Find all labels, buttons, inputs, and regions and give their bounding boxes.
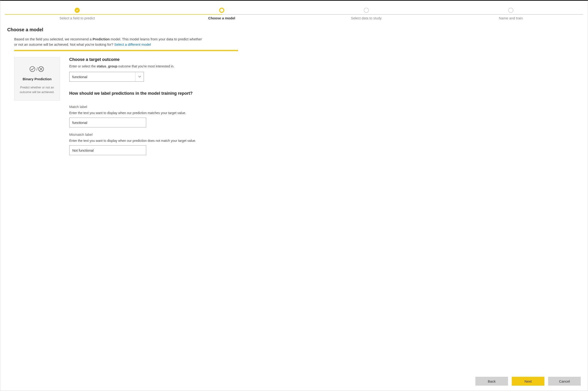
- step-circle-completed: [74, 8, 80, 13]
- main-grid: / Binary Prediction Predict whether or n…: [14, 57, 581, 155]
- step-circle-upcoming: [508, 8, 514, 13]
- target-sub-prefix: Enter or select the: [69, 64, 97, 68]
- desc-bold: Prediction: [92, 37, 110, 41]
- form-section: Choose a target outcome Enter or select …: [69, 57, 232, 155]
- checkmark-icon: [76, 9, 78, 12]
- target-sub-bold: status_group: [97, 64, 118, 68]
- target-sub-suffix: outcome that you're most interested in.: [117, 64, 174, 68]
- back-button[interactable]: Back: [475, 377, 508, 386]
- step-1[interactable]: Select a field to predict: [5, 8, 149, 20]
- model-card-description: Predict whether or not an outcome will b…: [18, 85, 56, 94]
- page-title: Choose a model: [7, 27, 581, 32]
- next-button[interactable]: Next: [512, 377, 544, 386]
- footer-buttons: Back Next Cancel: [0, 373, 588, 391]
- content-area: Choose a model Based on the field you se…: [0, 22, 588, 373]
- mismatch-label-title: Mismatch label: [69, 132, 232, 136]
- dropdown-value: functional: [70, 75, 135, 79]
- binary-prediction-icon: /: [18, 64, 56, 74]
- match-label-input[interactable]: [69, 118, 146, 127]
- wizard-dialog: Select a field to predict Choose a model…: [0, 0, 588, 391]
- model-card-title: Binary Prediction: [18, 77, 56, 81]
- select-different-model-link[interactable]: Select a different model: [114, 42, 151, 46]
- label-predictions-heading: How should we label predictions in the m…: [69, 91, 232, 96]
- desc-prefix: Based on the field you selected, we reco…: [14, 37, 92, 41]
- step-2[interactable]: Choose a model: [149, 8, 294, 20]
- step-label: Select a field to predict: [60, 16, 95, 20]
- step-label: Select data to study: [351, 16, 382, 20]
- target-outcome-dropdown[interactable]: functional: [69, 72, 144, 82]
- step-label: Name and train: [499, 16, 523, 20]
- accent-bar: [14, 50, 238, 51]
- chevron-down-icon: [135, 72, 144, 82]
- step-3[interactable]: Select data to study: [294, 8, 439, 20]
- target-outcome-sub: Enter or select the status_group outcome…: [69, 64, 232, 68]
- stepper: Select a field to predict Choose a model…: [0, 1, 588, 22]
- svg-text:/: /: [36, 67, 38, 72]
- mismatch-label-help: Enter the text you want to display when …: [69, 139, 232, 143]
- step-circle-upcoming: [364, 8, 369, 13]
- match-label-help: Enter the text you want to display when …: [69, 111, 232, 115]
- match-label-title: Match label: [69, 105, 232, 109]
- model-card-binary-prediction[interactable]: / Binary Prediction Predict whether or n…: [14, 57, 60, 100]
- target-outcome-heading: Choose a target outcome: [69, 57, 232, 62]
- mismatch-label-input[interactable]: [69, 145, 146, 155]
- step-circle-current: [219, 8, 224, 13]
- svg-point-0: [30, 67, 35, 72]
- step-label: Choose a model: [208, 16, 235, 20]
- page-description: Based on the field you selected, we reco…: [14, 37, 205, 47]
- cancel-button[interactable]: Cancel: [548, 377, 581, 386]
- step-4[interactable]: Name and train: [439, 8, 583, 20]
